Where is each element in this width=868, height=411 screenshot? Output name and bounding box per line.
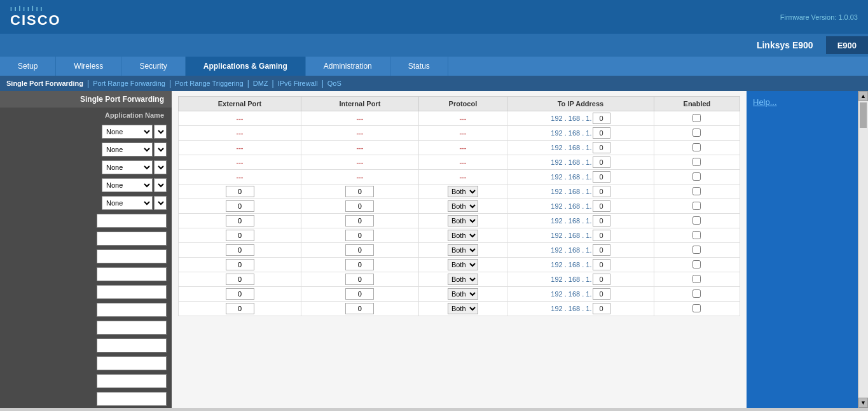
int-port-input[interactable] [345,288,374,300]
subnav-port-range-triggering[interactable]: Port Range Triggering [175,80,244,87]
preset-dropdown-5[interactable]: ▼ [154,196,167,210]
app-name-input-11[interactable] [97,392,167,406]
ext-port-input[interactable] [226,303,254,314]
preset-dropdown-2[interactable]: ▼ [154,143,167,157]
ip-last-input[interactable] [593,171,610,183]
proto-select[interactable]: BothTCPUDP [448,303,478,314]
tab-setup[interactable]: Setup [0,57,56,76]
preset-dropdown-3[interactable]: ▼ [154,160,167,174]
proto-select[interactable]: BothTCPUDP [448,288,478,300]
int-port-input[interactable] [345,303,374,314]
enabled-checkbox[interactable] [692,246,701,254]
enabled-checkbox[interactable] [692,231,701,239]
tab-wireless[interactable]: Wireless [56,57,121,76]
ip-last-input[interactable] [593,274,610,285]
scroll-down-button[interactable]: ▼ [858,398,868,408]
app-name-input-10[interactable] [97,374,167,388]
ext-port-input[interactable] [226,230,254,241]
preset-select-4[interactable]: None [102,178,153,192]
int-port-input[interactable] [345,230,374,241]
app-name-input-1[interactable] [97,214,167,228]
ip-last-input[interactable] [593,230,610,241]
tab-security[interactable]: Security [121,57,185,76]
subnav-qos[interactable]: QoS [327,80,341,87]
cisco-waves: ıılıılıı [10,5,61,12]
tab-administration[interactable]: Administration [306,57,390,76]
int-port-input[interactable] [345,274,374,285]
int-port-input[interactable] [345,244,374,256]
outer-wrapper: ıılıılıı CISCO Firmware Version: 1.0.03 … [0,0,868,411]
help-link[interactable]: Help... [753,97,777,107]
int-port-input[interactable] [345,215,374,226]
scroll-up-button[interactable]: ▲ [858,91,868,101]
ext-port-input[interactable] [226,215,254,226]
ip-cell: 192 . 168 . 1. [507,111,654,126]
table-row: BothTCPUDP 192 . 168 . 1. [179,199,740,214]
app-name-input-8[interactable] [97,338,167,352]
app-name-input-2[interactable] [97,232,167,246]
tab-status[interactable]: Status [390,57,448,76]
app-name-input-4[interactable] [97,267,167,281]
enabled-checkbox[interactable] [692,216,701,225]
subnav-port-range-forwarding[interactable]: Port Range Forwarding [93,80,165,87]
enabled-checkbox[interactable] [692,202,701,210]
preset-dropdown-1[interactable]: ▼ [154,125,167,139]
enabled-checkbox[interactable] [692,143,701,151]
ip-last-input[interactable] [593,200,610,212]
ip-last-input[interactable] [593,186,610,197]
enabled-checkbox[interactable] [692,158,701,166]
app-name-input-3[interactable] [97,249,167,263]
enabled-checkbox[interactable] [692,304,701,312]
app-name-input-9[interactable] [97,356,167,370]
model-bar: Linksys E900 E900 [0,34,868,57]
ip-last-input[interactable] [593,157,610,168]
preset-select-5[interactable]: None [102,196,153,210]
ip-last-input[interactable] [593,113,610,124]
enabled-checkbox[interactable] [692,187,701,195]
ip-last-input[interactable] [593,127,610,139]
ext-port-input[interactable] [226,200,254,212]
app-name-input-5[interactable] [97,285,167,299]
ext-port-input[interactable] [226,274,254,285]
proto-select[interactable]: BothTCPUDP [448,215,478,226]
enabled-checkbox[interactable] [692,289,701,298]
enabled-checkbox[interactable] [692,260,701,268]
proto-select[interactable]: BothTCPUDP [448,259,478,270]
subnav-single-port-forwarding[interactable]: Single Port Forwarding [6,80,83,87]
ip-last-input[interactable] [593,142,610,153]
preset-select-3[interactable]: None [102,160,153,174]
subnav-dmz[interactable]: DMZ [253,80,268,87]
app-name-input-7[interactable] [97,321,167,335]
ext-port-input[interactable] [226,244,254,256]
proto-select[interactable]: BothTCPUDP [448,274,478,285]
int-port-input[interactable] [345,186,374,197]
enabled-checkbox[interactable] [692,172,701,181]
scroll-thumb[interactable] [860,102,867,128]
text-row-11 [0,390,172,408]
preset-select-1[interactable]: None [102,125,153,139]
ip-last-input[interactable] [593,303,610,314]
ip-last-input[interactable] [593,259,610,270]
preset-dropdown-4[interactable]: ▼ [154,178,167,192]
proto-select[interactable]: BothTCPUDP [448,186,478,197]
enabled-checkbox[interactable] [692,275,701,283]
app-name-input-6[interactable] [97,303,167,317]
preset-select-2[interactable]: None [102,143,153,157]
enabled-checkbox[interactable] [692,129,701,137]
tab-applications-gaming[interactable]: Applications & Gaming [186,57,306,76]
proto-select[interactable]: BothTCPUDP [448,200,478,212]
int-port-input[interactable] [345,259,374,270]
proto-select[interactable]: BothTCPUDP [448,230,478,241]
enabled-checkbox[interactable] [692,114,701,122]
subnav-ipv6-firewall[interactable]: IPv6 Firewall [278,80,318,87]
int-port-input[interactable] [345,200,374,212]
ext-port-input[interactable] [226,288,254,300]
col-protocol: Protocol [418,97,507,111]
ip-last-input[interactable] [593,288,610,300]
proto-select[interactable]: BothTCPUDP [448,244,478,256]
ip-last-input[interactable] [593,244,610,256]
ext-port-input[interactable] [226,186,254,197]
model-button[interactable]: E900 [826,36,868,54]
ip-last-input[interactable] [593,215,610,226]
ext-port-input[interactable] [226,259,254,270]
